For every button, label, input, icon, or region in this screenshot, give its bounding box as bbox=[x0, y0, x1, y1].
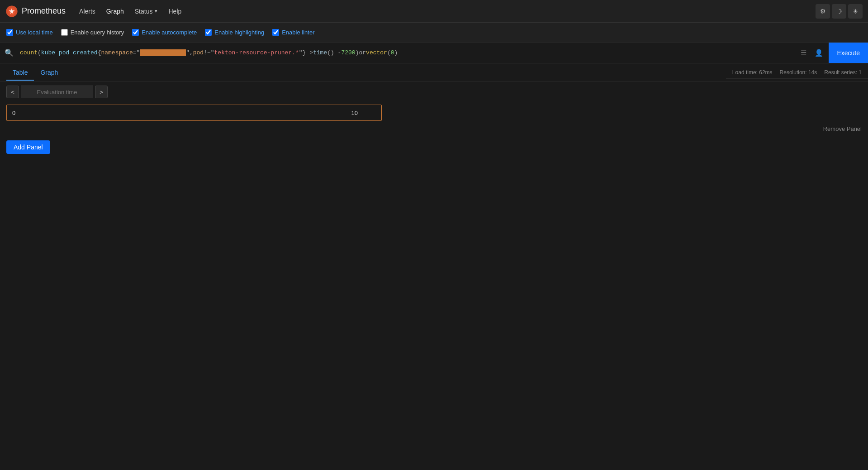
query-metric: kube_pod_created bbox=[41, 49, 98, 56]
query-time-parens: () - bbox=[327, 49, 341, 56]
tabs-row: Table Graph bbox=[0, 63, 726, 82]
query-vector-val: 0 bbox=[391, 49, 394, 56]
enable-query-history-label: Enable query history bbox=[71, 29, 124, 36]
enable-autocomplete-label: Enable autocomplete bbox=[142, 29, 197, 36]
resolution: Resolution: 14s bbox=[780, 69, 817, 76]
remove-panel-row: Remove Panel bbox=[0, 124, 868, 134]
result-meta: Load time: 62ms Resolution: 14s Result s… bbox=[726, 67, 868, 79]
use-local-time-checkbox[interactable] bbox=[6, 29, 13, 36]
enable-linter-label: Enable linter bbox=[282, 29, 314, 36]
nav-icon-group: ⚙ ☽ ☀ bbox=[816, 4, 863, 19]
query-fn-time: time bbox=[313, 49, 327, 56]
enable-autocomplete-option[interactable]: Enable autocomplete bbox=[132, 29, 197, 36]
query-display[interactable]: count(kube_pod_created{namespace=" ", po… bbox=[18, 43, 793, 63]
enable-autocomplete-checkbox[interactable] bbox=[132, 29, 139, 36]
dropdown-arrow-icon: ▾ bbox=[155, 8, 157, 14]
enable-query-history-option[interactable]: Enable query history bbox=[61, 29, 124, 36]
result-area: Table Graph Load time: 62ms Resolution: … bbox=[0, 63, 868, 134]
add-panel-button[interactable]: Add Panel bbox=[6, 140, 50, 154]
enable-highlighting-option[interactable]: Enable highlighting bbox=[205, 29, 264, 36]
eval-prev-button[interactable]: < bbox=[6, 86, 19, 98]
nav-links: Alerts Graph Status ▾ Help bbox=[75, 5, 186, 18]
navbar: Prometheus Alerts Graph Status ▾ Help ⚙ … bbox=[0, 0, 868, 23]
use-local-time-option[interactable]: Use local time bbox=[6, 29, 53, 36]
query-kw-or: or bbox=[359, 49, 366, 56]
load-time: Load time: 62ms bbox=[732, 69, 773, 76]
query-eq: =" bbox=[133, 49, 140, 56]
query-fn-vector: vector bbox=[366, 49, 387, 56]
search-icon-wrap: 🔍 bbox=[0, 43, 18, 63]
query-history-button[interactable]: ☰ bbox=[796, 46, 811, 60]
query-bar: 🔍 count(kube_pod_created{namespace=" ", … bbox=[0, 43, 868, 63]
query-fn-count: count bbox=[20, 49, 38, 56]
add-panel-row: Add Panel bbox=[0, 134, 868, 160]
eval-time-row: < > bbox=[0, 82, 868, 102]
settings-button[interactable]: ⚙ bbox=[816, 4, 830, 19]
prometheus-logo-icon bbox=[5, 5, 18, 18]
result-value: 10 bbox=[351, 110, 376, 116]
nav-help[interactable]: Help bbox=[164, 5, 186, 18]
query-num: 7200 bbox=[341, 49, 355, 56]
tab-graph[interactable]: Graph bbox=[34, 65, 64, 81]
nav-status[interactable]: Status ▾ bbox=[130, 5, 162, 18]
query-vector-close: ) bbox=[394, 49, 398, 56]
query-user-button[interactable]: 👤 bbox=[811, 46, 826, 60]
query-label-pod-key: pod bbox=[193, 49, 204, 56]
use-local-time-label: Use local time bbox=[16, 29, 53, 36]
enable-highlighting-label: Enable highlighting bbox=[214, 29, 264, 36]
dark-mode-button[interactable]: ☽ bbox=[832, 4, 846, 19]
remove-panel-button[interactable]: Remove Panel bbox=[823, 125, 862, 132]
nav-graph[interactable]: Graph bbox=[102, 5, 128, 18]
result-table: 0 10 bbox=[0, 102, 868, 124]
query-brace-open: { bbox=[98, 49, 101, 56]
brand: Prometheus bbox=[5, 5, 66, 18]
enable-linter-checkbox[interactable] bbox=[272, 29, 279, 36]
eval-time-input[interactable] bbox=[21, 86, 93, 98]
query-label-ns-val bbox=[140, 49, 186, 56]
options-bar: Use local time Enable query history Enab… bbox=[0, 23, 868, 43]
tab-table[interactable]: Table bbox=[6, 65, 34, 81]
brand-name: Prometheus bbox=[22, 6, 66, 16]
query-neq: !~" bbox=[204, 49, 214, 56]
execute-button[interactable]: Execute bbox=[829, 43, 868, 63]
query-brace-close: "} > bbox=[299, 49, 313, 56]
search-icon: 🔍 bbox=[5, 48, 14, 57]
enable-highlighting-checkbox[interactable] bbox=[205, 29, 212, 36]
enable-query-history-checkbox[interactable] bbox=[61, 29, 68, 36]
result-series: Result series: 1 bbox=[824, 69, 862, 76]
nav-alerts[interactable]: Alerts bbox=[75, 5, 100, 18]
query-label-pod-val: tekton-resource-pruner.* bbox=[214, 49, 299, 56]
query-comma: ", bbox=[186, 49, 193, 56]
query-vector-parens: ( bbox=[387, 49, 391, 56]
query-paren-close: ) bbox=[356, 49, 359, 56]
result-label: 0 bbox=[12, 110, 15, 116]
query-label-ns-key: namespace bbox=[101, 49, 133, 56]
table-row: 0 10 bbox=[6, 105, 382, 121]
eval-next-button[interactable]: > bbox=[95, 86, 108, 98]
query-paren-open: ( bbox=[38, 49, 41, 56]
light-mode-button[interactable]: ☀ bbox=[848, 4, 863, 19]
enable-linter-option[interactable]: Enable linter bbox=[272, 29, 314, 36]
query-actions: ☰ 👤 bbox=[793, 43, 829, 63]
